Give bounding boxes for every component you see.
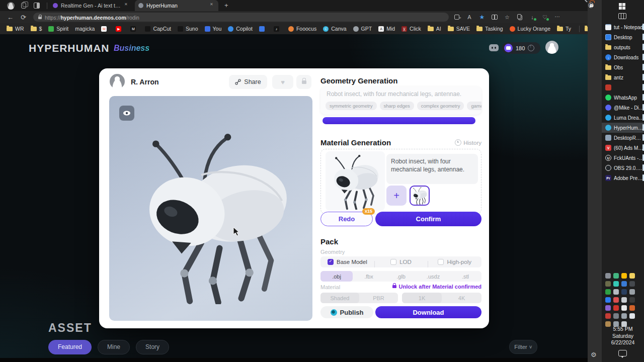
tab-close-icon[interactable] (210, 3, 215, 8)
brand-logo[interactable]: HYPERHUMAN (29, 42, 110, 54)
material-preview-thumbnail[interactable] (326, 151, 385, 211)
tray-icon[interactable] (629, 305, 635, 311)
taskbar-window-item[interactable]: V (60) Ads Mana... (602, 143, 644, 153)
checkbox[interactable] (328, 259, 334, 265)
tray-icon[interactable] (605, 273, 611, 279)
privacy-button[interactable] (296, 75, 311, 89)
bookmark-item[interactable]: C Canva (323, 26, 346, 32)
resolution-tab[interactable]: 4K (442, 293, 481, 303)
tag-chip[interactable]: game-ready (467, 102, 481, 110)
bookmark-item[interactable]: }{ Click (401, 26, 421, 32)
refresh-icon[interactable]: ⟳ (21, 14, 26, 21)
task-view-icon[interactable] (618, 13, 626, 19)
share-button[interactable]: Share (229, 75, 267, 89)
tray-icon[interactable] (629, 289, 635, 295)
geometry-prompt-card[interactable]: Robot insect, with four mechanical legs,… (320, 86, 481, 115)
credits-pill[interactable]: 180 (502, 42, 540, 54)
taskbar-window-item[interactable]: DesktopRD - D... (602, 133, 644, 143)
tray-icon[interactable] (605, 305, 611, 311)
bookmark-item[interactable]: M (130, 26, 138, 32)
workspaces-icon[interactable] (20, 2, 28, 10)
tray-icon[interactable] (605, 297, 611, 303)
windows-start-icon[interactable] (619, 3, 625, 10)
material-prompt-text[interactable]: Robot insect, with four mechanical legs,… (386, 154, 478, 184)
bookmark-item[interactable]: Copilot (228, 26, 253, 32)
visibility-button[interactable] (119, 106, 134, 121)
download-button[interactable]: Download (375, 306, 481, 318)
checkbox[interactable] (438, 259, 444, 265)
geometry-option[interactable]: Base Model (320, 259, 374, 265)
tab-close-icon[interactable] (124, 3, 129, 8)
tag-chip[interactable]: complex geometry (417, 102, 464, 110)
asset-tab[interactable]: Mine (98, 340, 130, 354)
bookmark-item[interactable]: Suno (178, 26, 198, 32)
taskbar-window-item[interactable]: U FckUAnts - Unr... (602, 153, 644, 163)
format-tab[interactable]: .fbx (353, 271, 385, 282)
notifications-icon[interactable] (618, 350, 627, 356)
bookmark-item[interactable]: ▶ (116, 26, 124, 32)
tray-icon[interactable] (621, 281, 627, 287)
tray-icon[interactable] (613, 313, 619, 319)
format-tab[interactable]: .usdz (417, 271, 449, 282)
tray-icon[interactable] (613, 305, 619, 311)
taskbar-window-item[interactable]: Pr Adobe Premier... (602, 173, 644, 183)
robot-insect-model[interactable] (137, 127, 293, 304)
add-reference-button[interactable]: + (386, 186, 407, 206)
tray-icon[interactable] (621, 273, 627, 279)
browser-profile-icon[interactable] (7, 2, 15, 10)
taskbar-window-item[interactable]: Desktop (602, 32, 644, 42)
geometry-prompt-text[interactable]: Robot insect, with four mechanical legs,… (327, 90, 461, 98)
filter-button[interactable]: Filter (509, 340, 537, 354)
tray-icon[interactable] (613, 289, 619, 295)
browser-tab[interactable]: Realtime Gen - Ai text to image (49, 0, 133, 11)
info-icon[interactable] (528, 45, 534, 51)
bookmark-item[interactable]: AI (428, 26, 441, 32)
format-tab[interactable]: .glb (385, 271, 417, 282)
bookmark-item[interactable]: A Mid (378, 26, 395, 32)
taskbar-clock[interactable]: 5:55 PM Saturday 6/22/2024 (602, 326, 644, 346)
confirm-button[interactable]: Confirm (375, 212, 481, 226)
tab-actions-icon[interactable] (453, 13, 461, 21)
tray-icon[interactable] (621, 289, 627, 295)
material-mode-tab[interactable]: PBR (359, 293, 398, 303)
asset-tab[interactable]: Featured (48, 340, 92, 354)
taskbar-window-item[interactable]: ↓ Downloads (602, 52, 644, 62)
taskbar-window-item[interactable]: tut - Notepad (602, 22, 644, 32)
material-mode-tab[interactable]: Shaded (320, 293, 359, 303)
publish-button[interactable]: Publish (320, 306, 373, 318)
taskbar-window-item[interactable]: WhatsApp (602, 93, 644, 103)
bookmark-item[interactable]: magicka (75, 26, 95, 32)
taskbar-window-item[interactable]: @Mike - Discord (602, 103, 644, 113)
discord-icon[interactable] (489, 44, 499, 51)
downloads-icon[interactable] (528, 13, 536, 21)
tray-icon[interactable] (629, 281, 635, 287)
bookmark-item[interactable]: CapCut (145, 26, 171, 32)
browser-tab[interactable]: HyperHuman (135, 0, 218, 11)
taskbar-window-item[interactable]: Luma Dream M... (602, 113, 644, 123)
resolution-tab[interactable]: 1K (402, 293, 442, 303)
tray-icon[interactable] (621, 297, 627, 303)
favorite-star-icon[interactable] (478, 13, 486, 21)
tray-icon[interactable] (629, 297, 635, 303)
bookmark-item[interactable]: Ty (557, 26, 571, 32)
bookmark-item[interactable]: $ (31, 26, 42, 32)
new-tab-icon[interactable]: + (224, 0, 228, 11)
bookmark-item[interactable] (259, 26, 267, 32)
taskbar-window-item[interactable]: antz (602, 72, 644, 82)
tag-chip[interactable]: symmetric geometry (326, 102, 377, 110)
tray-icon[interactable] (613, 281, 619, 287)
favorites-list-icon[interactable] (503, 13, 511, 21)
split-window-icon[interactable] (33, 2, 41, 10)
author-avatar[interactable] (110, 74, 125, 89)
tray-icon[interactable] (629, 313, 635, 319)
geometry-option[interactable]: LOD (374, 259, 428, 265)
split-screen-icon[interactable] (491, 13, 499, 21)
tray-icon[interactable] (613, 297, 619, 303)
checkbox[interactable] (390, 259, 396, 265)
history-button[interactable]: History (99, 139, 481, 146)
taskbar-window-item[interactable]: HyperHuman a... (602, 123, 644, 133)
tray-icon[interactable] (629, 273, 635, 279)
tray-icon[interactable] (613, 273, 619, 279)
address-bar[interactable]: https://hyperhuman.deemos.com/rodin (33, 13, 449, 22)
geometry-option[interactable]: High-poly (428, 259, 481, 265)
